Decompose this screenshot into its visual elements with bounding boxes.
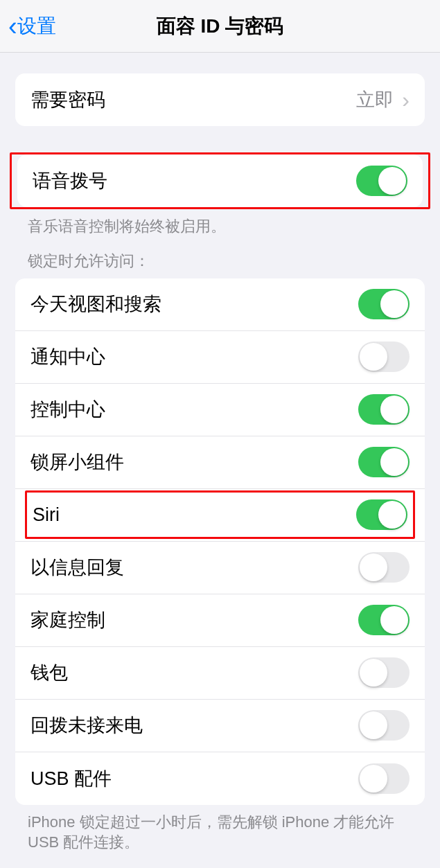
lock-access-toggle-usb-配件[interactable] (358, 763, 410, 794)
lock-access-item-回拨未接来电: 回拨未接来电 (15, 700, 425, 752)
lock-access-toggle-锁屏小组件[interactable] (358, 447, 410, 477)
siri-highlight: Siri (25, 490, 415, 539)
lock-access-toggle-钱包[interactable] (358, 657, 410, 688)
toggle-knob (360, 711, 387, 739)
page-title: 面容 ID 与密码 (0, 13, 440, 39)
lock-access-item-家庭控制: 家庭控制 (15, 594, 425, 647)
lock-access-item-label: 锁屏小组件 (30, 450, 124, 475)
voice-dial-highlight: 语音拨号 (10, 152, 430, 209)
voice-dial-cell: 语音拨号 (17, 154, 423, 207)
back-label: 设置 (17, 13, 56, 39)
voice-dial-group: 语音拨号 音乐语音控制将始终被启用。 (0, 152, 440, 237)
lock-access-toggle-以信息回复[interactable] (358, 552, 410, 583)
navigation-header: ‹ 设置 面容 ID 与密码 (0, 0, 440, 53)
voice-dial-toggle[interactable] (356, 166, 407, 196)
voice-dial-label: 语音拨号 (33, 168, 107, 193)
lock-access-toggle-siri[interactable] (356, 499, 407, 530)
lock-access-container: 今天视图和搜索通知中心控制中心锁屏小组件Siri以信息回复家庭控制钱包回拨未接来… (15, 278, 425, 805)
chevron-left-icon: ‹ (8, 13, 17, 39)
require-passcode-label: 需要密码 (30, 87, 105, 112)
lock-access-header: 锁定时允许访问： (0, 251, 440, 278)
toggle-knob (360, 343, 387, 371)
lock-access-item-label: USB 配件 (30, 766, 112, 791)
lock-access-item-label: Siri (33, 504, 60, 526)
lock-access-group: 锁定时允许访问： 今天视图和搜索通知中心控制中心锁屏小组件Siri以信息回复家庭… (0, 251, 440, 853)
lock-access-item-label: 回拨未接来电 (30, 713, 143, 738)
lock-access-item-控制中心: 控制中心 (15, 384, 425, 436)
chevron-right-icon: › (402, 87, 410, 113)
settings-content: 需要密码 立即 › 语音拨号 音乐语音控制将始终被启用。 锁定时允许访问： (0, 73, 440, 853)
lock-access-item-usb-配件: USB 配件 (15, 752, 425, 805)
toggle-knob (360, 659, 387, 687)
toggle-knob (380, 290, 408, 318)
lock-access-toggle-今天视图和搜索[interactable] (358, 289, 410, 319)
lock-access-toggle-控制中心[interactable] (358, 394, 410, 425)
lock-access-item-siri: Siri (15, 489, 425, 542)
lock-access-item-钱包: 钱包 (15, 647, 425, 700)
lock-access-footer: iPhone 锁定超过一小时后，需先解锁 iPhone 才能允许USB 配件连接… (0, 805, 440, 853)
lock-access-item-以信息回复: 以信息回复 (15, 542, 425, 594)
lock-access-toggle-回拨未接来电[interactable] (358, 710, 410, 741)
lock-access-item-label: 通知中心 (30, 344, 105, 369)
toggle-knob (380, 448, 408, 476)
cell-right: 立即 › (356, 87, 410, 113)
lock-access-item-锁屏小组件: 锁屏小组件 (15, 436, 425, 489)
toggle-knob (380, 606, 408, 634)
lock-access-toggle-通知中心[interactable] (358, 342, 410, 372)
back-button[interactable]: ‹ 设置 (0, 13, 56, 39)
lock-access-item-label: 钱包 (30, 660, 68, 685)
toggle-knob (378, 167, 406, 195)
voice-dial-footer: 音乐语音控制将始终被启用。 (0, 209, 440, 237)
require-passcode-value: 立即 (356, 87, 394, 112)
passcode-group: 需要密码 立即 › (0, 73, 440, 126)
toggle-knob (360, 553, 387, 581)
passcode-cell-container: 需要密码 立即 › (15, 73, 425, 126)
lock-access-item-label: 控制中心 (30, 397, 105, 422)
toggle-knob (360, 765, 387, 792)
toggle-knob (378, 501, 406, 529)
lock-access-item-今天视图和搜索: 今天视图和搜索 (15, 278, 425, 331)
lock-access-item-通知中心: 通知中心 (15, 331, 425, 384)
lock-access-toggle-家庭控制[interactable] (358, 605, 410, 635)
lock-access-item-label: 今天视图和搜索 (30, 292, 161, 317)
lock-access-item-label: 家庭控制 (30, 608, 105, 632)
toggle-knob (380, 396, 408, 423)
lock-access-item-label: 以信息回复 (30, 555, 124, 580)
require-passcode-cell[interactable]: 需要密码 立即 › (15, 73, 425, 126)
voice-dial-cell-container: 语音拨号 (17, 154, 423, 207)
